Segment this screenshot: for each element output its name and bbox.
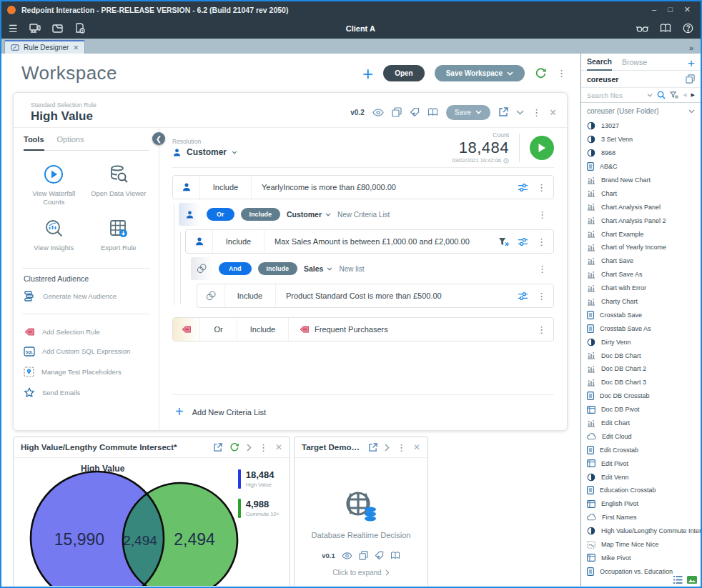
- filter-forward-icon[interactable]: [498, 237, 509, 246]
- sliders-icon[interactable]: [518, 183, 528, 192]
- include-pill[interactable]: Include: [241, 208, 281, 221]
- criteria-group-header[interactable]: And Include Sales New list ⋮: [191, 257, 554, 280]
- criteria-row[interactable]: Include Product Standard Cost is more th…: [197, 284, 554, 308]
- view-waterfall-counts-button[interactable]: View Waterfall Counts: [24, 164, 84, 206]
- book-icon[interactable]: [390, 552, 400, 559]
- list-item[interactable]: Charty Chart: [587, 295, 701, 309]
- list-item[interactable]: Edit Cloud: [587, 429, 701, 443]
- row-menu-icon[interactable]: ⋮: [537, 291, 546, 302]
- collapse-chevron-icon[interactable]: [516, 110, 524, 115]
- row-menu-icon[interactable]: ⋮: [537, 324, 546, 335]
- maximize-button[interactable]: □: [668, 5, 673, 14]
- close-panel-icon[interactable]: ✕: [275, 442, 282, 452]
- panel-menu-icon[interactable]: ⋮: [259, 442, 268, 453]
- criteria-group-header[interactable]: Or Include Customer New Criteria List ⋮: [179, 203, 554, 226]
- tag-icon[interactable]: [410, 107, 420, 117]
- list-item[interactable]: Crosstab Save As: [587, 322, 701, 335]
- list-item[interactable]: Dirty Venn: [587, 335, 701, 349]
- open-in-new-icon[interactable]: [368, 443, 377, 452]
- close-rule-icon[interactable]: ✕: [549, 107, 557, 118]
- list-item[interactable]: Map Time Nice Nice: [587, 538, 701, 552]
- image-view-icon[interactable]: [687, 576, 697, 584]
- manage-test-placeholders-button[interactable]: Manage Test Placeholders: [24, 367, 149, 377]
- list-item[interactable]: Doc DB Chart: [587, 349, 701, 362]
- audience-glasses-icon[interactable]: [636, 24, 648, 33]
- criteria-row[interactable]: Include YearlyIncome is more than £80,00…: [172, 175, 554, 199]
- list-item[interactable]: Mike Pivot: [587, 552, 701, 565]
- click-to-expand-button[interactable]: Click to expand: [332, 569, 389, 577]
- list-item[interactable]: Chart: [587, 186, 701, 200]
- list-item[interactable]: 3 Set Venn: [587, 133, 701, 146]
- group-name[interactable]: New Criteria List: [337, 211, 390, 219]
- list-item[interactable]: High Value/Lengthy Commute Intersect: [587, 524, 701, 538]
- add-workspace-item-button[interactable]: +: [362, 66, 373, 81]
- tag-icon[interactable]: [375, 551, 384, 560]
- list-item[interactable]: Edit Crosstab: [587, 443, 701, 457]
- tab-rule-designer[interactable]: Rule Designer ✕: [4, 40, 85, 54]
- send-emails-button[interactable]: Send Emails: [24, 387, 149, 398]
- list-item[interactable]: Edit Venn: [587, 470, 701, 484]
- entity-select[interactable]: Customer: [287, 210, 331, 219]
- list-item[interactable]: Chart Analysis Panel: [587, 200, 701, 214]
- list-item[interactable]: Education Crosstab: [587, 484, 701, 497]
- book-icon[interactable]: [427, 108, 438, 116]
- operator-pill[interactable]: Or: [207, 208, 234, 221]
- list-item[interactable]: 13027: [587, 119, 701, 133]
- copy-icon[interactable]: [392, 107, 402, 117]
- tab-tools[interactable]: Tools: [24, 135, 44, 151]
- list-item[interactable]: Crosstab Save: [587, 308, 701, 322]
- folder-header[interactable]: coreuser (User Folder): [581, 103, 701, 119]
- close-button[interactable]: ✕: [684, 5, 691, 14]
- rule-reference-row[interactable]: Or Include Frequent Purchasers ⋮: [172, 317, 554, 342]
- search-files-input[interactable]: Search files: [587, 91, 643, 99]
- next-arrow-icon[interactable]: ▶: [691, 92, 695, 98]
- preview-eye-icon[interactable]: [342, 552, 352, 559]
- list-item[interactable]: Doc DB Pivot: [587, 403, 701, 417]
- save-rule-button[interactable]: Save: [446, 105, 490, 120]
- user-search-input[interactable]: coreuser: [587, 75, 686, 84]
- expand-chevron-icon[interactable]: [385, 444, 390, 452]
- close-panel-icon[interactable]: ✕: [413, 442, 420, 452]
- workflow-icon[interactable]: [29, 24, 41, 34]
- sliders-icon[interactable]: [518, 291, 528, 301]
- add-selection-rule-button[interactable]: Add Selection Rule: [24, 327, 149, 337]
- copy-icon[interactable]: [686, 74, 695, 84]
- list-item[interactable]: 8968: [587, 146, 701, 160]
- help-icon[interactable]: [683, 23, 693, 34]
- folder-icon[interactable]: [52, 24, 63, 34]
- open-button[interactable]: Open: [383, 65, 425, 81]
- list-item[interactable]: Edit Chart: [587, 417, 701, 430]
- list-item[interactable]: Brand New Chart: [587, 174, 701, 187]
- export-rule-button[interactable]: Export Rule: [89, 218, 149, 252]
- list-item[interactable]: Chart Example: [587, 227, 701, 241]
- minimize-button[interactable]: –: [652, 5, 656, 14]
- list-item[interactable]: First Names: [587, 511, 701, 524]
- open-in-new-icon[interactable]: [213, 443, 222, 452]
- list-item[interactable]: AB&C: [587, 160, 701, 174]
- save-workspace-button[interactable]: Save Workspace: [435, 65, 525, 81]
- rule-menu-icon[interactable]: ⋮: [532, 107, 541, 118]
- open-data-viewer-button[interactable]: Open Data Viewer: [89, 164, 149, 206]
- entity-select[interactable]: Sales: [304, 264, 332, 273]
- panel-menu-icon[interactable]: ⋮: [397, 442, 406, 453]
- sliders-icon[interactable]: [518, 237, 528, 246]
- filter-icon[interactable]: [670, 91, 678, 99]
- refresh-icon[interactable]: [229, 442, 239, 452]
- add-custom-sql-button[interactable]: SQL Add Custom SQL Expression: [24, 347, 149, 357]
- list-item[interactable]: Chart of Yearly Income: [587, 241, 701, 254]
- row-menu-icon[interactable]: ⋮: [537, 182, 546, 193]
- menu-icon[interactable]: ☰: [9, 23, 18, 34]
- list-item[interactable]: Chart Save: [587, 254, 701, 268]
- list-item[interactable]: Chart Save As: [587, 268, 701, 281]
- search-icon[interactable]: [657, 91, 666, 99]
- tab-options[interactable]: Options: [57, 135, 84, 146]
- include-pill[interactable]: Include: [258, 262, 298, 275]
- list-item[interactable]: Doc DB Chart 2: [587, 362, 701, 376]
- refresh-workspace-icon[interactable]: [535, 67, 547, 79]
- resolution-select[interactable]: Customer: [172, 147, 237, 157]
- tab-close-icon[interactable]: ✕: [73, 44, 79, 51]
- run-rule-button[interactable]: [530, 136, 554, 160]
- operator-pill[interactable]: And: [219, 262, 252, 275]
- add-new-criteria-list-button[interactable]: + Add New Criteria List: [172, 394, 554, 430]
- list-item[interactable]: Chart with Error: [587, 281, 701, 295]
